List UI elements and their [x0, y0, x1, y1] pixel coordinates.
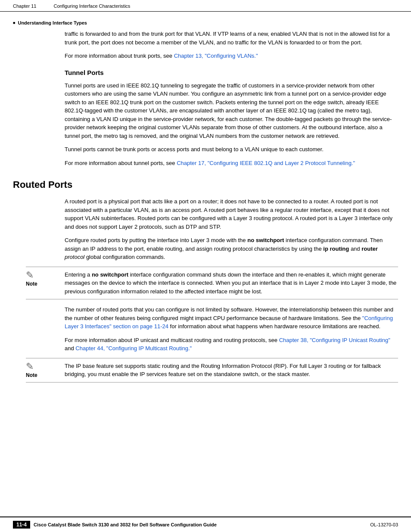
- tunnel-ports-heading: Tunnel Ports: [65, 69, 398, 76]
- tunnel-para-1: Tunnel ports are used in IEEE 802.1Q tun…: [65, 81, 398, 140]
- page-number: 11-4: [13, 521, 30, 529]
- routed-para-2: Configure routed ports by putting the in…: [65, 236, 398, 261]
- section-breadcrumb: Understanding Interface Types: [13, 20, 398, 25]
- chapter-title: Configuring Interface Characteristics: [53, 3, 130, 9]
- routed-para-3: The number of routed ports that you can …: [65, 305, 398, 331]
- footer-doc-number: OL-13270-03: [370, 522, 398, 527]
- note-1-left: ✎ Note: [26, 271, 65, 296]
- tunnel-para-3: For more information about tunnel ports,…: [65, 159, 398, 168]
- page-header: Chapter 11 Configuring Interface Charact…: [0, 0, 411, 12]
- no-switchport-bold: no switchport: [247, 237, 284, 243]
- router-bold: router: [361, 246, 378, 252]
- footer-cisco-text: Cisco Catalyst Blade Switch 3130 and 303…: [34, 522, 217, 527]
- note-1-label: Note: [26, 281, 37, 287]
- protocol-italic: protocol: [65, 254, 84, 260]
- routed-para-4: For more information about IP unicast an…: [65, 336, 398, 353]
- page: Chapter 11 Configuring Interface Charact…: [0, 0, 411, 532]
- routed-para-1: A routed port is a physical port that ac…: [65, 197, 398, 231]
- chapter44-link[interactable]: Chapter 44, "Configuring IP Multicast Ro…: [75, 345, 192, 352]
- header-chapter-info: Chapter 11 Configuring Interface Charact…: [13, 3, 130, 9]
- routed-ports-heading: Routed Ports: [13, 179, 398, 190]
- note-1-content: Entering a no switchport interface confi…: [65, 271, 398, 296]
- chapter38-link[interactable]: Chapter 38, "Configuring IP Unicast Rout…: [279, 337, 390, 343]
- note-2: ✎ Note The IP base feature set supports …: [26, 358, 398, 383]
- footer-left: 11-4 Cisco Catalyst Blade Switch 3130 an…: [13, 521, 217, 529]
- note1-bold1: no switchport: [92, 271, 128, 278]
- page-footer: 11-4 Cisco Catalyst Blade Switch 3130 an…: [0, 516, 411, 532]
- note-1-icon: ✎: [26, 271, 34, 280]
- chapter-number: Chapter 11: [13, 3, 36, 9]
- note-1: ✎ Note Entering a no switchport interfac…: [26, 267, 398, 300]
- intro-para-1: traffic is forwarded to and from the tru…: [65, 30, 398, 47]
- trunk-ports-link[interactable]: Chapter 13, "Configuring VLANs.": [174, 53, 258, 59]
- ip-routing-bold: ip routing: [323, 246, 349, 252]
- note-2-icon: ✎: [26, 362, 34, 371]
- tunnel-para-2: Tunnel ports cannot be trunk ports or ac…: [65, 145, 398, 154]
- page-content: Understanding Interface Types traffic is…: [0, 12, 411, 516]
- tunnel-link[interactable]: Chapter 17, "Configuring IEEE 802.1Q and…: [177, 160, 355, 166]
- intro-para-2: For more information about trunk ports, …: [65, 52, 398, 60]
- note-2-label: Note: [26, 372, 37, 378]
- note-2-left: ✎ Note: [26, 362, 65, 379]
- note-2-content: The IP base feature set supports static …: [65, 362, 398, 379]
